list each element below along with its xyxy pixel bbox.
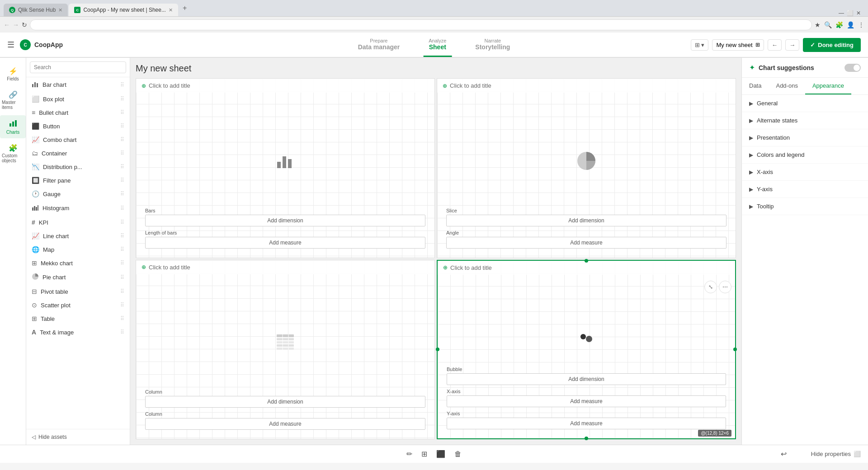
url-bar[interactable]	[30, 19, 812, 30]
list-item-filter-pane[interactable]: 🔲 Filter pane ⠿	[26, 174, 130, 187]
bar-chart-drag[interactable]: ⠿	[120, 82, 124, 88]
table-drag[interactable]: ⠿	[120, 315, 124, 322]
button-drag[interactable]: ⠿	[120, 123, 124, 129]
filter-pane-drag[interactable]: ⠿	[120, 177, 124, 183]
panel-bar-chart[interactable]: ⊕ Click to add title	[136, 78, 435, 258]
list-item-table[interactable]: ⊞ Table ⠿	[26, 312, 130, 325]
gauge-drag[interactable]: ⠿	[120, 191, 124, 197]
panel-table[interactable]: ⊕ Click to add title	[136, 260, 435, 440]
sidebar-item-master-items[interactable]: 🔗 Master items	[0, 87, 26, 113]
appearance-x-axis[interactable]: ▶ X-axis	[742, 164, 868, 181]
pencil-button[interactable]: ✏	[406, 450, 412, 458]
suggestions-toggle[interactable]	[844, 64, 861, 72]
tab1-close[interactable]: ✕	[58, 7, 62, 13]
hamburger-menu[interactable]: ☰	[7, 40, 14, 50]
panel2-title-text[interactable]: Click to add title	[450, 82, 491, 89]
histogram-drag[interactable]: ⠿	[120, 205, 124, 212]
sheet-selector[interactable]: My new sheet ⊞	[712, 39, 764, 51]
appearance-general[interactable]: ▶ General	[742, 95, 868, 112]
hide-assets-footer[interactable]: ◁ Hide assets	[26, 429, 130, 445]
list-item-pivot-table[interactable]: ⊟ Pivot table ⠿	[26, 285, 130, 298]
panel-scatter-plot[interactable]: ⊕ Click to add title Bubble Add dimensio…	[437, 260, 736, 440]
panel1-add-measure-button[interactable]: Add measure	[145, 237, 425, 249]
panel3-title-bar[interactable]: ⊕ Click to add title	[136, 260, 434, 274]
tab-data[interactable]: Data	[742, 78, 769, 94]
panel4-resize-handle-bottom[interactable]	[585, 437, 588, 440]
kpi-drag[interactable]: ⠿	[120, 219, 124, 226]
nav-sheet[interactable]: Analyze Sheet	[423, 33, 452, 57]
list-item-bullet-chart[interactable]: ≡ Bullet chart ⠿	[26, 106, 130, 119]
list-item-gauge[interactable]: 🕐 Gauge ⠿	[26, 187, 130, 201]
list-item-map[interactable]: 🌐 Map ⠿	[26, 243, 130, 256]
pie-chart-drag[interactable]: ⠿	[120, 274, 124, 281]
done-editing-button[interactable]: ✓ Done editing	[803, 38, 861, 52]
panel-pie-chart[interactable]: ⊕ Click to add title	[437, 78, 736, 258]
refresh-button[interactable]: ↻	[22, 21, 27, 28]
sidebar-item-custom-objects[interactable]: 🧩 Custom objects	[0, 140, 26, 167]
panel4-title-text[interactable]: Click to add title	[450, 264, 492, 271]
bullet-chart-drag[interactable]: ⠿	[120, 109, 124, 116]
tab2-close[interactable]: ✕	[169, 7, 173, 13]
panel4-resize-handle-right[interactable]	[733, 348, 737, 351]
list-item-box-plot[interactable]: ⬜ Box plot ⠿	[26, 92, 130, 106]
list-item-scatter-plot[interactable]: ⊙ Scatter plot ⠿	[26, 298, 130, 312]
panel1-title-text[interactable]: Click to add title	[149, 82, 190, 89]
forward-button[interactable]: →	[13, 21, 19, 28]
list-item-container[interactable]: 🗂 Container ⠿	[26, 146, 130, 160]
nav-next-button[interactable]: →	[785, 39, 799, 51]
appearance-alternate-states[interactable]: ▶ Alternate states	[742, 112, 868, 129]
box-plot-drag[interactable]: ⠿	[120, 96, 124, 102]
nav-data-manager[interactable]: Prepare Data manager	[353, 33, 406, 57]
view-icon-button[interactable]: ⊞ ▾	[691, 39, 709, 51]
appearance-tooltip[interactable]: ▶ Tooltip	[742, 198, 868, 215]
panel4-resize-handle-top[interactable]	[585, 259, 588, 263]
undo-button[interactable]: ↩	[781, 450, 787, 458]
panel4-resize-button[interactable]: ⤡	[704, 281, 717, 293]
nav-storytelling[interactable]: Narrate Storytelling	[470, 33, 515, 57]
line-chart-drag[interactable]: ⠿	[120, 233, 124, 239]
copy-button[interactable]: ⬛	[436, 450, 445, 458]
panel2-add-dimension-button[interactable]: Add dimension	[446, 215, 726, 226]
panel1-title-bar[interactable]: ⊕ Click to add title	[136, 79, 434, 93]
list-item-bar-chart[interactable]: Bar chart ⠿	[26, 77, 130, 92]
list-item-kpi[interactable]: # KPI ⠿	[26, 216, 130, 229]
map-drag[interactable]: ⠿	[120, 246, 124, 253]
tab-add-ons[interactable]: Add-ons	[769, 78, 805, 94]
tab-appearance[interactable]: Appearance	[805, 78, 851, 94]
tab-active[interactable]: C CoopApp - My new sheet | Shee... ✕	[69, 4, 178, 16]
nav-prev-button[interactable]: ←	[768, 39, 782, 51]
grid-button[interactable]: ⊞	[421, 450, 427, 458]
list-item-histogram[interactable]: Histogram ⠿	[26, 201, 130, 216]
list-item-pie-chart[interactable]: Pie chart ⠿	[26, 270, 130, 285]
text-image-drag[interactable]: ⠿	[120, 329, 124, 335]
delete-button[interactable]: 🗑	[454, 450, 462, 458]
appearance-presentation[interactable]: ▶ Presentation	[742, 129, 868, 146]
tab-inactive[interactable]: Q Qlik Sense Hub ✕	[4, 4, 68, 16]
container-drag[interactable]: ⠿	[120, 150, 124, 156]
panel4-more-button[interactable]: ⋯	[719, 281, 731, 293]
list-item-distribution[interactable]: 📉 Distribution p... ⠿	[26, 160, 130, 174]
search-input[interactable]	[30, 61, 126, 73]
user-icon[interactable]: 👤	[847, 21, 854, 28]
panel2-title-bar[interactable]: ⊕ Click to add title	[437, 79, 736, 93]
mekko-chart-drag[interactable]: ⠿	[120, 260, 124, 266]
panel2-add-measure-button[interactable]: Add measure	[446, 237, 726, 249]
appearance-colors-legend[interactable]: ▶ Colors and legend	[742, 146, 868, 164]
list-item-button[interactable]: ⬛ Button ⠿	[26, 119, 130, 133]
panel4-add-xaxis-button[interactable]: Add measure	[447, 395, 726, 407]
appearance-y-axis[interactable]: ▶ Y-axis	[742, 181, 868, 198]
distribution-drag[interactable]: ⠿	[120, 164, 124, 170]
puzzle-icon[interactable]: 🧩	[835, 21, 843, 28]
list-item-text-image[interactable]: A Text & image ⠿	[26, 325, 130, 339]
scatter-plot-drag[interactable]: ⠿	[120, 302, 124, 308]
list-item-combo-chart[interactable]: 📈 Combo chart ⠿	[26, 133, 130, 146]
panel4-title-bar[interactable]: ⊕ Click to add title	[438, 261, 735, 275]
menu-icon[interactable]: ⋮	[858, 21, 864, 28]
extension-icon[interactable]: 🔍	[824, 21, 832, 28]
panel4-resize-handle-left[interactable]	[436, 348, 439, 351]
panel4-add-yaxis-button[interactable]: Add measure	[447, 418, 726, 429]
list-item-line-chart[interactable]: 📈 Line chart ⠿	[26, 229, 130, 243]
panel3-title-text[interactable]: Click to add title	[149, 264, 190, 271]
sidebar-item-charts[interactable]: Charts	[0, 115, 26, 138]
back-button[interactable]: ←	[4, 21, 10, 28]
